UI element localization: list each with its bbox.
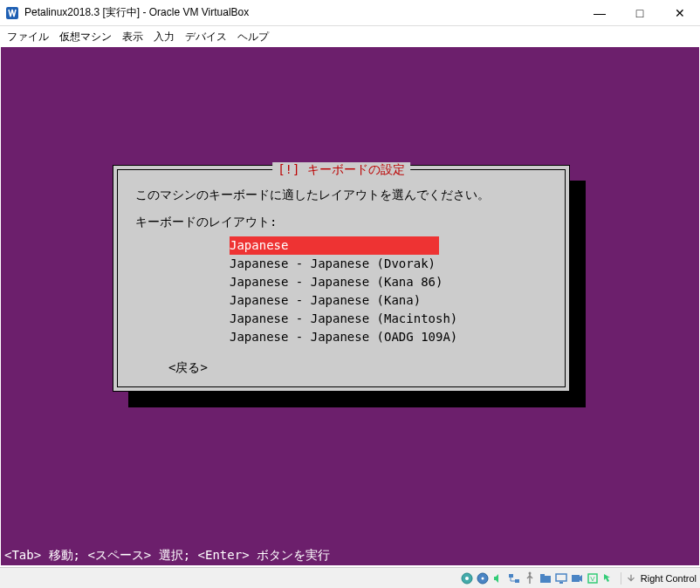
svg-point-4: [481, 577, 484, 579]
svg-rect-0: [6, 7, 18, 19]
layout-option[interactable]: Japanese - Japanese (Macintosh): [230, 310, 547, 328]
svg-rect-11: [559, 582, 563, 584]
svg-point-2: [465, 577, 469, 580]
virtualbox-icon: [5, 6, 19, 20]
svg-rect-6: [515, 579, 519, 583]
menu-bar: ファイル 仮想マシン 表示 入力 デバイス ヘルプ: [0, 26, 700, 47]
keyboard-config-dialog: [!] キーボードの設定 このマシンのキーボードに適したレイアウトを選んでくださ…: [113, 165, 570, 392]
dialog-title: [!] キーボードの設定: [272, 162, 410, 178]
display-icon[interactable]: [554, 571, 568, 585]
virtualization-icon[interactable]: V: [586, 571, 600, 585]
hard-disk-icon[interactable]: [460, 571, 474, 585]
svg-text:V: V: [590, 575, 595, 583]
menu-input[interactable]: 入力: [154, 30, 175, 44]
close-button[interactable]: ✕: [660, 0, 700, 25]
layout-option[interactable]: Japanese - Japanese (Kana): [230, 291, 547, 310]
down-arrow-icon: [625, 572, 637, 585]
layout-option[interactable]: Japanese - Japanese (Dvorak): [230, 255, 547, 273]
network-icon[interactable]: [507, 571, 521, 585]
svg-rect-10: [556, 574, 566, 581]
window-controls: — □ ✕: [580, 0, 700, 25]
vm-display[interactable]: [!] キーボードの設定 このマシンのキーボードに適したレイアウトを選んでくださ…: [1, 47, 699, 565]
dialog-inner-border: [!] キーボードの設定 このマシンのキーボードに適したレイアウトを選んでくださ…: [117, 169, 566, 387]
layout-option[interactable]: Japanese - Japanese (Kana 86): [230, 273, 547, 291]
layout-option[interactable]: Japanese - Japanese (OADG 109A): [230, 328, 547, 346]
keyboard-hints: <Tab> 移動; <スペース> 選択; <Enter> ボタンを実行: [1, 546, 699, 565]
dialog-prompt: このマシンのキーボードに適したレイアウトを選んでください。: [135, 186, 547, 204]
layout-list[interactable]: Japanese Japanese - Japanese (Dvorak) Ja…: [230, 236, 547, 346]
window-title: Petalinux2018.3 [実行中] - Oracle VM Virtua…: [24, 5, 580, 20]
host-key-label: Right Control: [641, 573, 697, 584]
usb-icon[interactable]: [523, 571, 537, 585]
layout-label: キーボードのレイアウト:: [135, 213, 547, 231]
optical-disk-icon[interactable]: [476, 571, 490, 585]
recording-icon[interactable]: [570, 571, 584, 585]
window-titlebar: Petalinux2018.3 [実行中] - Oracle VM Virtua…: [0, 0, 700, 26]
mouse-integration-icon[interactable]: [601, 571, 615, 585]
menu-help[interactable]: ヘルプ: [237, 30, 269, 44]
minimize-button[interactable]: —: [580, 0, 620, 25]
menu-view[interactable]: 表示: [122, 30, 143, 44]
menu-file[interactable]: ファイル: [7, 30, 49, 44]
menu-devices[interactable]: デバイス: [185, 30, 227, 44]
back-button[interactable]: <戻る>: [168, 359, 208, 377]
svg-rect-9: [540, 574, 545, 577]
menu-machine[interactable]: 仮想マシン: [59, 30, 112, 44]
dialog-content: このマシンのキーボードに適したレイアウトを選んでください。 キーボードのレイアウ…: [118, 170, 565, 384]
maximize-button[interactable]: □: [620, 0, 660, 25]
svg-point-7: [528, 571, 531, 574]
shared-folders-icon[interactable]: [539, 571, 552, 585]
svg-rect-5: [509, 574, 513, 578]
status-bar: V Right Control: [0, 567, 700, 588]
layout-option-selected[interactable]: Japanese: [230, 236, 439, 255]
svg-rect-12: [572, 575, 580, 582]
host-key-indicator[interactable]: Right Control: [621, 572, 697, 585]
svg-rect-8: [540, 576, 551, 583]
audio-icon[interactable]: [491, 571, 505, 585]
